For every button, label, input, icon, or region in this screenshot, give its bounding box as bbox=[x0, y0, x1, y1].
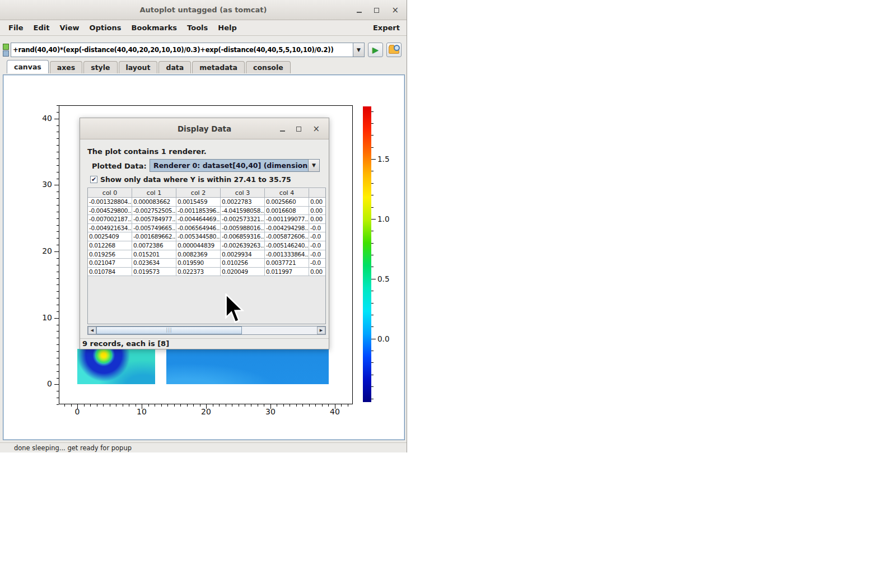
table-cell[interactable]: -0.001199077... bbox=[265, 215, 309, 224]
table-cell[interactable]: -0.005784977... bbox=[132, 215, 176, 224]
filter-checkbox[interactable]: ✔ bbox=[90, 176, 97, 183]
table-cell[interactable]: 0.015201 bbox=[132, 250, 176, 259]
table-cell[interactable]: 0.019590 bbox=[176, 259, 221, 268]
table-cell[interactable]: -0.001328804... bbox=[88, 198, 132, 207]
uri-input[interactable] bbox=[11, 43, 353, 57]
table-cell[interactable]: 0.000044839 bbox=[176, 241, 221, 250]
table-cell[interactable]: -0.004529800... bbox=[88, 207, 132, 216]
table-row[interactable]: -0.004529800...-0.002752505...-0.0011853… bbox=[88, 207, 325, 216]
table-cell[interactable]: -0.002639263... bbox=[221, 241, 265, 250]
table-header-cell[interactable]: col 4 bbox=[265, 188, 309, 198]
table-cell[interactable]: 0.011997 bbox=[265, 268, 309, 277]
table-row[interactable]: -0.007002187...-0.005784977...-0.0044644… bbox=[88, 215, 325, 224]
table-cell[interactable]: -0.001689662... bbox=[132, 232, 176, 241]
dialog-close-icon[interactable]: × bbox=[312, 125, 320, 133]
table-cell[interactable]: 0.000083662 bbox=[132, 198, 176, 207]
table-cell[interactable]: 0.0016608 bbox=[265, 207, 309, 216]
table-cell[interactable]: -0.002752505... bbox=[132, 207, 176, 216]
chevron-down-icon[interactable]: ▼ bbox=[308, 160, 319, 171]
table-row[interactable]: -0.004921634...-0.005749665...-0.0065649… bbox=[88, 224, 325, 233]
table-row[interactable]: 0.0025409-0.001689662...-0.005344580...-… bbox=[88, 232, 325, 241]
dialog-maximize-icon[interactable] bbox=[296, 127, 301, 132]
table-row[interactable]: 0.0210470.0236340.0195900.0102560.003772… bbox=[88, 259, 325, 268]
table-cell[interactable]: -0.002573321... bbox=[221, 215, 265, 224]
table-horizontal-scrollbar[interactable]: ◀ ||| ▶ bbox=[87, 326, 326, 335]
table-cell[interactable]: 0.010256 bbox=[221, 259, 265, 268]
table-cell[interactable]: 0.019573 bbox=[132, 268, 176, 277]
table-row[interactable]: -0.001328804...0.0000836620.00154590.002… bbox=[88, 198, 325, 207]
table-cell[interactable]: 0.00 bbox=[309, 198, 326, 207]
table-cell[interactable]: -0.006859316... bbox=[221, 232, 265, 241]
table-cell[interactable]: -0.0 bbox=[309, 250, 326, 259]
table-cell[interactable]: -0.005344580... bbox=[176, 232, 221, 241]
table-cell[interactable]: -0.005988016... bbox=[221, 224, 265, 233]
plot-go-button[interactable]: ▶ bbox=[368, 43, 383, 57]
table-cell[interactable]: -0.006564946... bbox=[176, 224, 221, 233]
table-cell[interactable]: 0.023634 bbox=[132, 259, 176, 268]
menu-options[interactable]: Options bbox=[85, 20, 127, 35]
tab-layout[interactable]: layout bbox=[119, 61, 158, 73]
table-header-cell[interactable]: col 0 bbox=[88, 188, 132, 198]
table-cell[interactable]: -0.0 bbox=[309, 232, 326, 241]
table-cell[interactable]: -0.005749665... bbox=[132, 224, 176, 233]
table-cell[interactable]: -0.005872606... bbox=[265, 232, 309, 241]
table-header-cell[interactable] bbox=[309, 188, 326, 198]
table-header-cell[interactable]: col 2 bbox=[176, 188, 221, 198]
scroll-right-icon[interactable]: ▶ bbox=[317, 326, 325, 334]
minimize-icon[interactable] bbox=[357, 12, 362, 13]
table-row[interactable]: 0.0192560.0152010.00823690.0029934-0.001… bbox=[88, 250, 325, 259]
menu-view[interactable]: View bbox=[54, 20, 84, 35]
table-cell[interactable]: -0.0 bbox=[309, 224, 326, 233]
tab-data[interactable]: data bbox=[158, 61, 191, 73]
tab-metadata[interactable]: metadata bbox=[192, 61, 245, 73]
menu-help[interactable]: Help bbox=[213, 20, 241, 35]
uri-dropdown-button[interactable]: ▼ bbox=[353, 43, 365, 57]
table-cell[interactable]: -0.005146240... bbox=[265, 241, 309, 250]
maximize-icon[interactable] bbox=[374, 8, 379, 13]
table-cell[interactable]: 0.020049 bbox=[221, 268, 265, 277]
table-cell[interactable]: 0.00 bbox=[309, 207, 326, 216]
table-cell[interactable]: 0.0025660 bbox=[265, 198, 309, 207]
table-cell[interactable]: 0.022373 bbox=[176, 268, 221, 277]
table-header-cell[interactable]: col 1 bbox=[132, 188, 176, 198]
dialog-minimize-icon[interactable] bbox=[280, 130, 285, 132]
tab-axes[interactable]: axes bbox=[50, 61, 82, 73]
table-cell[interactable]: -0.004921634... bbox=[88, 224, 132, 233]
table-cell[interactable]: -0.0 bbox=[309, 259, 326, 268]
table-cell[interactable]: 0.010784 bbox=[88, 268, 132, 277]
table-cell[interactable]: 0.019256 bbox=[88, 250, 132, 259]
table-cell[interactable]: 0.0025409 bbox=[88, 232, 132, 241]
table-cell[interactable]: 0.0022783 bbox=[221, 198, 265, 207]
table-cell[interactable]: 0.00 bbox=[309, 268, 326, 277]
scroll-left-icon[interactable]: ◀ bbox=[88, 326, 96, 334]
table-cell[interactable]: 0.0029934 bbox=[221, 250, 265, 259]
tab-style[interactable]: style bbox=[83, 61, 117, 73]
table-cell[interactable]: 0.0015459 bbox=[176, 198, 221, 207]
dialog-titlebar[interactable]: Display Data × bbox=[80, 118, 329, 139]
table-cell[interactable]: -0.004464469... bbox=[176, 215, 221, 224]
menu-file[interactable]: File bbox=[3, 20, 29, 35]
plotted-data-combobox[interactable]: Renderer 0: dataset[40,40] (dimension...… bbox=[150, 159, 320, 172]
table-header-cell[interactable]: col 3 bbox=[221, 188, 265, 198]
table-row[interactable]: 0.0122680.00723860.000044839-0.002639263… bbox=[88, 241, 325, 250]
table-cell[interactable]: -0.001333864... bbox=[265, 250, 309, 259]
table-cell[interactable]: -0.007002187... bbox=[88, 215, 132, 224]
menu-expert[interactable]: Expert bbox=[373, 20, 400, 35]
table-cell[interactable]: 0.021047 bbox=[88, 259, 132, 268]
table-cell[interactable]: 0.0072386 bbox=[132, 241, 176, 250]
menu-edit[interactable]: Edit bbox=[29, 20, 55, 35]
tab-console[interactable]: console bbox=[246, 61, 291, 73]
table-cell[interactable]: -0.004294298... bbox=[265, 224, 309, 233]
table-cell[interactable]: 0.0082369 bbox=[176, 250, 221, 259]
table-row[interactable]: 0.0107840.0195730.0223730.0200490.011997… bbox=[88, 268, 325, 277]
table-cell[interactable]: 0.0037721 bbox=[265, 259, 309, 268]
table-cell[interactable]: -4.041598058... bbox=[221, 207, 265, 216]
table-cell[interactable]: -0.0 bbox=[309, 241, 326, 250]
tab-canvas[interactable]: canvas bbox=[7, 60, 49, 73]
menu-bookmarks[interactable]: Bookmarks bbox=[127, 20, 183, 35]
table-cell[interactable]: -0.001185396... bbox=[176, 207, 221, 216]
table-cell[interactable]: 0.012268 bbox=[88, 241, 132, 250]
close-icon[interactable]: × bbox=[391, 6, 399, 15]
table-cell[interactable]: 0.00 bbox=[309, 215, 326, 224]
scrollbar-thumb[interactable]: ||| bbox=[96, 326, 242, 334]
